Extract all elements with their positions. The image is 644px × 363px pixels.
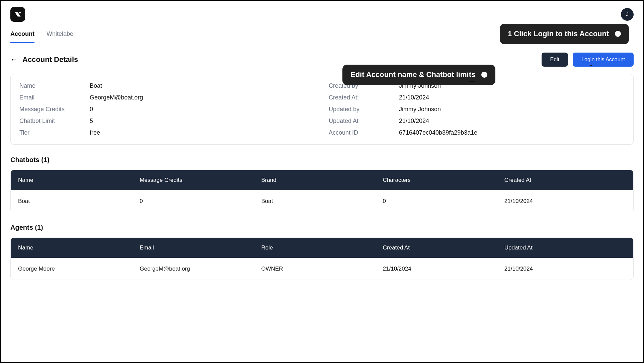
- table-header-cell: Role: [261, 244, 383, 251]
- table-header-cell: Name: [18, 244, 140, 251]
- svg-point-0: [19, 12, 21, 13]
- annotation-dot-icon: [615, 31, 621, 37]
- detail-label: Tier: [19, 129, 90, 136]
- table-header-cell: Name: [18, 177, 140, 184]
- table-header-cell: Email: [140, 244, 261, 251]
- detail-row: Updated byJimmy Johnson: [329, 106, 625, 113]
- detail-value: 0: [90, 106, 93, 113]
- table-header-cell: Created At: [504, 177, 626, 184]
- table-header-cell: Updated At: [504, 244, 626, 251]
- detail-value: Boat: [90, 82, 102, 89]
- back-arrow-icon[interactable]: ←: [10, 56, 18, 63]
- detail-row: NameBoat: [19, 82, 315, 89]
- login-this-account-button[interactable]: Login this Account: [573, 53, 634, 67]
- page-title: Account Details: [22, 55, 78, 64]
- detail-row: Account ID6716407ec040b89fa29b3a1e: [329, 129, 625, 136]
- table-row[interactable]: George MooreGeorgeM@boat.orgOWNER21/10/2…: [11, 258, 633, 280]
- detail-value: Jimmy Johnson: [399, 106, 441, 113]
- annotation-text: 1 Click Login to this Account: [508, 29, 609, 39]
- detail-label: Account ID: [329, 129, 399, 136]
- annotation-callout-login: 1 Click Login to this Account: [500, 24, 629, 44]
- app-logo[interactable]: [10, 7, 25, 22]
- detail-label: Updated by: [329, 106, 399, 113]
- detail-value: free: [90, 129, 100, 136]
- detail-label: Email: [19, 94, 90, 101]
- detail-label: Chatbot Limit: [19, 118, 90, 125]
- table-row[interactable]: Boat0Boat021/10/2024: [11, 190, 633, 212]
- detail-row: Message Credits0: [19, 106, 315, 113]
- table-cell: 21/10/2024: [504, 266, 626, 272]
- annotation-dot-icon: [481, 72, 487, 78]
- account-details-card: NameBoatEmailGeorgeM@boat.orgMessage Cre…: [10, 74, 634, 145]
- chatbots-section-title: Chatbots (1): [10, 156, 634, 164]
- table-cell: 0: [383, 198, 504, 205]
- agents-table: NameEmailRoleCreated AtUpdated At George…: [10, 237, 634, 280]
- table-cell: Boat: [261, 198, 383, 205]
- detail-value: 21/10/2024: [399, 118, 429, 125]
- detail-value: 21/10/2024: [399, 94, 429, 101]
- table-cell: 0: [140, 198, 261, 205]
- tab-whitelabel[interactable]: Whitelabel: [47, 30, 75, 43]
- detail-row: Chatbot Limit5: [19, 118, 315, 125]
- table-cell: 21/10/2024: [383, 266, 504, 272]
- table-header-cell: Message Credits: [140, 177, 261, 184]
- detail-label: Updated At: [329, 118, 399, 125]
- edit-button[interactable]: Edit: [542, 53, 568, 67]
- table-header-cell: Brand: [261, 177, 383, 184]
- detail-value: GeorgeM@boat.org: [90, 94, 143, 101]
- table-cell: George Moore: [18, 266, 140, 272]
- detail-label: Name: [19, 82, 90, 89]
- detail-row: Tierfree: [19, 129, 315, 136]
- detail-value: 5: [90, 118, 93, 125]
- table-cell: OWNER: [261, 266, 383, 272]
- detail-row: Updated At21/10/2024: [329, 118, 625, 125]
- chatbots-table: NameMessage CreditsBrandCharactersCreate…: [10, 170, 634, 212]
- detail-row: EmailGeorgeM@boat.org: [19, 94, 315, 101]
- agents-section-title: Agents (1): [10, 224, 634, 231]
- detail-label: Message Credits: [19, 106, 90, 113]
- table-cell: Boat: [18, 198, 140, 205]
- annotation-text: Edit Account name & Chatbot limits: [350, 70, 475, 80]
- table-cell: GeorgeM@boat.org: [140, 266, 261, 272]
- table-header-cell: Characters: [383, 177, 504, 184]
- annotation-arrow-down-icon: ↓: [588, 57, 593, 69]
- detail-label: Created At:: [329, 94, 399, 101]
- table-header-cell: Created At: [383, 244, 504, 251]
- detail-row: Created At:21/10/2024: [329, 94, 625, 101]
- table-cell: 21/10/2024: [504, 198, 626, 205]
- user-avatar[interactable]: J: [621, 8, 634, 21]
- annotation-arrow-right-icon: →: [467, 75, 477, 87]
- tab-account[interactable]: Account: [10, 30, 34, 43]
- detail-value: 6716407ec040b89fa29b3a1e: [399, 129, 477, 136]
